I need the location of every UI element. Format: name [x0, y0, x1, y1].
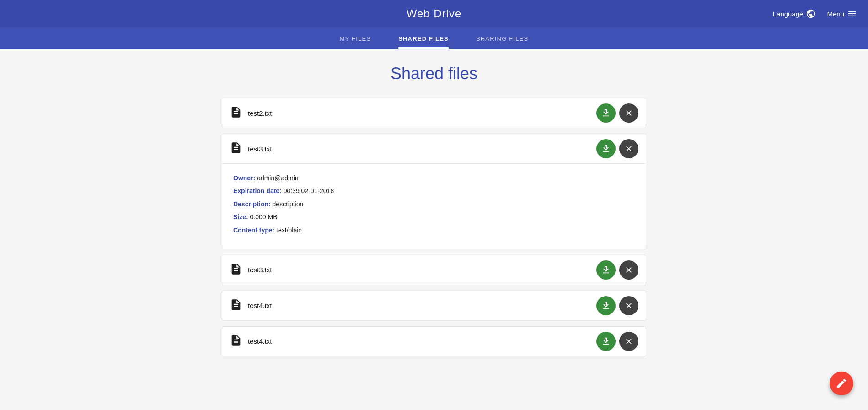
remove-button[interactable]: [619, 103, 638, 123]
file-name: test2.txt: [248, 109, 596, 117]
content-type-value: text/plain: [276, 227, 302, 234]
file-name: test3.txt: [248, 266, 596, 274]
download-button[interactable]: [596, 296, 616, 315]
file-actions: [596, 139, 638, 158]
close-icon: [624, 108, 633, 118]
content-type-label: Content type:: [233, 227, 274, 234]
file-row: test3.txt: [222, 134, 646, 163]
download-button[interactable]: [596, 332, 616, 351]
file-icon: [230, 334, 242, 349]
close-icon: [624, 301, 633, 310]
nav-my-files[interactable]: MY FILES: [340, 29, 371, 49]
file-row: test4.txt: [222, 291, 646, 320]
file-icon: [230, 106, 242, 120]
file-actions: [596, 332, 638, 351]
fab-edit-button[interactable]: [830, 372, 853, 395]
file-card: test4.txt: [222, 326, 646, 356]
nav-bar: MY FILES SHARED FILES SHARING FILES: [0, 27, 868, 49]
file-card: test4.txt: [222, 291, 646, 321]
file-actions: [596, 103, 638, 123]
close-icon: [624, 144, 633, 153]
detail-owner-row: Owner: admin@admin: [233, 173, 635, 183]
owner-label: Owner:: [233, 174, 255, 182]
file-name: test3.txt: [248, 145, 596, 153]
language-label: Language: [773, 10, 804, 18]
file-card: test2.txt: [222, 98, 646, 128]
download-button[interactable]: [596, 103, 616, 123]
header-actions: Language Menu: [773, 9, 857, 19]
expiration-label: Expiration date:: [233, 187, 282, 194]
file-icon: [230, 298, 242, 313]
size-label: Size:: [233, 213, 248, 221]
description-value: description: [273, 200, 304, 208]
file-icon: [230, 141, 242, 156]
size-value: 0.000 MB: [250, 213, 278, 221]
close-icon: [624, 337, 633, 346]
main-content: Shared files test2.txt: [214, 49, 654, 375]
hamburger-icon: [847, 9, 857, 19]
download-button[interactable]: [596, 139, 616, 158]
close-icon: [624, 265, 633, 275]
file-card: test3.txt Owner:: [222, 134, 646, 249]
download-icon: [601, 144, 611, 154]
menu-button[interactable]: Menu: [827, 9, 857, 19]
file-actions: [596, 260, 638, 280]
remove-button[interactable]: [619, 332, 638, 351]
detail-size-row: Size: 0.000 MB: [233, 212, 635, 222]
file-row: test2.txt: [222, 98, 646, 128]
detail-description-row: Description: description: [233, 199, 635, 209]
remove-button[interactable]: [619, 139, 638, 158]
file-actions: [596, 296, 638, 315]
description-label: Description:: [233, 200, 271, 208]
download-icon: [601, 336, 611, 346]
edit-icon: [836, 378, 847, 389]
language-button[interactable]: Language: [773, 9, 816, 19]
file-card: test3.txt: [222, 255, 646, 285]
detail-expiration-row: Expiration date: 00:39 02-01-2018: [233, 186, 635, 196]
file-row: test3.txt: [222, 255, 646, 285]
nav-sharing-files[interactable]: SHARING FILES: [476, 29, 529, 49]
owner-value: admin@admin: [257, 174, 298, 182]
file-detail: Owner: admin@admin Expiration date: 00:3…: [222, 163, 646, 249]
download-icon: [601, 108, 611, 118]
detail-content-type-row: Content type: text/plain: [233, 225, 635, 235]
remove-button[interactable]: [619, 296, 638, 315]
app-title: Web Drive: [407, 7, 462, 20]
app-header: Web Drive Language Menu: [0, 0, 868, 27]
remove-button[interactable]: [619, 260, 638, 280]
file-icon: [230, 263, 242, 277]
file-row: test4.txt: [222, 327, 646, 356]
file-name: test4.txt: [248, 337, 596, 345]
file-name: test4.txt: [248, 302, 596, 309]
download-button[interactable]: [596, 260, 616, 280]
menu-label: Menu: [827, 10, 844, 18]
page-title: Shared files: [222, 64, 646, 83]
download-icon: [601, 265, 611, 275]
nav-shared-files[interactable]: SHARED FILES: [398, 29, 449, 49]
file-list: test2.txt: [222, 98, 646, 356]
download-icon: [601, 301, 611, 311]
expiration-value: 00:39 02-01-2018: [284, 187, 334, 194]
globe-icon: [806, 9, 816, 19]
